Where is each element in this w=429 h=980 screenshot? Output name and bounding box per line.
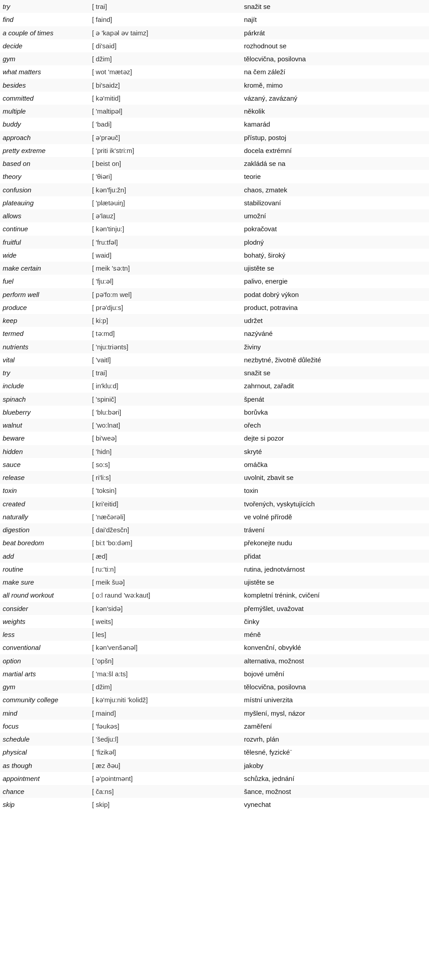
translation-cell: rutina, jednotvárnost	[241, 563, 429, 576]
translation-cell: podat dobrý výkon	[241, 288, 429, 301]
word-cell: conventional	[0, 641, 89, 654]
word-cell: allows	[0, 209, 89, 222]
table-row: try [ trai] snažit se	[0, 0, 429, 13]
translation-cell: méně	[241, 628, 429, 641]
word-cell: gym	[0, 680, 89, 693]
word-cell: what matters	[0, 65, 89, 78]
word-cell: nutrients	[0, 340, 89, 353]
table-row: multiple [ 'maltipəl] několik	[0, 105, 429, 118]
phonetic-cell: [ 'badi]	[89, 118, 241, 131]
table-row: martial arts [ 'ma:šl a:ts] bojové umění	[0, 667, 429, 680]
word-cell: find	[0, 13, 89, 26]
translation-cell: uvolnit, zbavit se	[241, 471, 429, 484]
table-row: consider [ kən'sidə] přemýšlet, uvažovat	[0, 602, 429, 615]
translation-cell: product, potravina	[241, 301, 429, 314]
phonetic-cell: [ 'θiəri]	[89, 170, 241, 183]
phonetic-cell: [ faind]	[89, 13, 241, 26]
phonetic-cell: [ ə'lauz]	[89, 209, 241, 222]
phonetic-cell: [ 'fəukəs]	[89, 720, 241, 733]
phonetic-cell: [ weits]	[89, 615, 241, 628]
table-row: find [ faind] najít	[0, 13, 429, 26]
phonetic-cell: [ 'fru:tfəl]	[89, 236, 241, 249]
table-row: release [ ri'li:s] uvolnit, zbavit se	[0, 471, 429, 484]
word-cell: focus	[0, 720, 89, 733]
phonetic-cell: [ ə'pointmənt]	[89, 772, 241, 785]
phonetic-cell: [ džim]	[89, 680, 241, 693]
word-cell: perform well	[0, 288, 89, 301]
word-cell: digestion	[0, 523, 89, 536]
word-cell: beware	[0, 432, 89, 445]
translation-cell: myšlení, mysl, názor	[241, 707, 429, 720]
phonetic-cell: [ skip]	[89, 798, 241, 811]
phonetic-cell: [ tə:md]	[89, 327, 241, 340]
translation-cell: několik	[241, 105, 429, 118]
phonetic-cell: [ 'ma:šl a:ts]	[89, 667, 241, 680]
table-row: weights [ weits] činky	[0, 615, 429, 628]
translation-cell: rozhodnout se	[241, 39, 429, 52]
translation-cell: tělocvična, posilovna	[241, 52, 429, 65]
translation-cell: zaměření	[241, 720, 429, 733]
word-cell: chance	[0, 785, 89, 798]
table-row: schedule [ 'šedju:l] rozvrh, plán	[0, 733, 429, 746]
table-row: as though [ æz ðəu] jakoby	[0, 759, 429, 772]
translation-cell: chaos, zmatek	[241, 183, 429, 196]
word-cell: fruitful	[0, 236, 89, 249]
table-row: include [ in'klu:d] zahrnout, zařadit	[0, 379, 429, 392]
table-row: confusion [ kən'fju:žn] chaos, zmatek	[0, 183, 429, 196]
table-row: conventional [ kən'venšənəl] konvenční, …	[0, 641, 429, 654]
translation-cell: jakoby	[241, 759, 429, 772]
table-row: vital [ 'vaitl] nezbytné, životně důleži…	[0, 353, 429, 366]
word-cell: consider	[0, 602, 89, 615]
table-row: plateauing [ 'plætəuiŋ] stabilizovaní	[0, 196, 429, 209]
phonetic-cell: [ trai]	[89, 0, 241, 13]
translation-cell: stabilizovaní	[241, 196, 429, 209]
phonetic-cell: [ les]	[89, 628, 241, 641]
translation-cell: živiny	[241, 340, 429, 353]
table-row: skip [ skip] vynechat	[0, 798, 429, 811]
translation-cell: ořech	[241, 419, 429, 432]
phonetic-cell: [ meik 'sə:tn]	[89, 262, 241, 275]
translation-cell: tělocvična, posilovna	[241, 680, 429, 693]
word-cell: hidden	[0, 445, 89, 458]
word-cell: buddy	[0, 118, 89, 131]
word-cell: spinach	[0, 393, 89, 406]
phonetic-cell: [ kən'sidə]	[89, 602, 241, 615]
table-row: make sure [ meik šuə] ujistěte se	[0, 576, 429, 589]
table-row: toxin [ 'toksin] toxin	[0, 484, 429, 497]
phonetic-cell: [ kri'eitid]	[89, 497, 241, 510]
translation-cell: činky	[241, 615, 429, 628]
translation-cell: vynechat	[241, 798, 429, 811]
phonetic-cell: [ 'næčərəli]	[89, 510, 241, 523]
phonetic-cell: [ ə 'kapəl əv taimz]	[89, 26, 241, 39]
translation-cell: tělesné, fyzické¨	[241, 746, 429, 759]
table-row: buddy [ 'badi] kamarád	[0, 118, 429, 131]
translation-cell: na čem záleží	[241, 65, 429, 78]
table-row: blueberry [ 'blu:bəri] borůvka	[0, 406, 429, 419]
phonetic-cell: [ wot 'mætəz]	[89, 65, 241, 78]
phonetic-cell: [ so:s]	[89, 458, 241, 471]
table-row: appointment [ ə'pointmənt] schůzka, jedn…	[0, 772, 429, 785]
vocabulary-table: try [ trai] snažit se find [ faind] nají…	[0, 0, 429, 811]
translation-cell: snažit se	[241, 366, 429, 379]
table-row: community college [ kə'mju:niti 'kolidž]…	[0, 693, 429, 706]
word-cell: continue	[0, 222, 89, 235]
table-row: routine [ ru:'ti:n] rutina, jednotvárnos…	[0, 563, 429, 576]
phonetic-cell: [ 'priti ik'stri:m]	[89, 144, 241, 157]
translation-cell: skryté	[241, 445, 429, 458]
translation-cell: přemýšlet, uvažovat	[241, 602, 429, 615]
translation-cell: konvenční, obvyklé	[241, 641, 429, 654]
word-cell: weights	[0, 615, 89, 628]
table-row: walnut [ 'wo:lnat] ořech	[0, 419, 429, 432]
phonetic-cell: [ waid]	[89, 249, 241, 262]
word-cell: less	[0, 628, 89, 641]
table-row: produce [ prə'dju:s] product, potravina	[0, 301, 429, 314]
translation-cell: palivo, energie	[241, 275, 429, 288]
table-row: focus [ 'fəukəs] zaměření	[0, 720, 429, 733]
translation-cell: překonejte nudu	[241, 536, 429, 549]
table-row: spinach [ 'spinič] špenát	[0, 393, 429, 406]
table-row: nutrients [ 'nju:triənts] živiny	[0, 340, 429, 353]
translation-cell: bohatý, široký	[241, 249, 429, 262]
translation-cell: omáčka	[241, 458, 429, 471]
table-row: continue [ kən'tinju:] pokračovat	[0, 222, 429, 235]
word-cell: theory	[0, 170, 89, 183]
